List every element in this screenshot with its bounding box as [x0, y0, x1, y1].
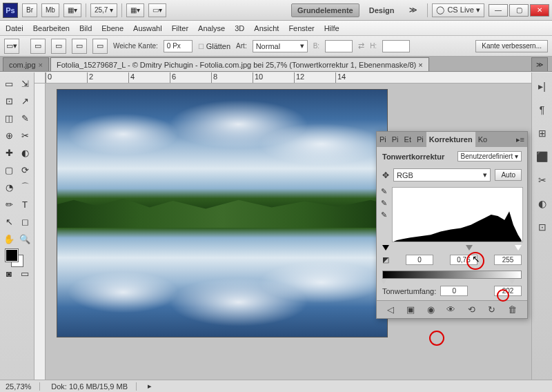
eraser-tool[interactable]: ▢: [1, 161, 17, 178]
visibility-icon[interactable]: 👁: [446, 304, 455, 315]
output-gradient[interactable]: [382, 271, 522, 279]
bridge-button[interactable]: Br: [22, 3, 37, 17]
black-point-slider[interactable]: [382, 245, 389, 251]
output-white-slider[interactable]: [509, 279, 515, 284]
histogram-icon[interactable]: ◩: [382, 255, 389, 264]
close-button[interactable]: ✕: [530, 4, 549, 17]
quick-select-tool[interactable]: ↗: [17, 92, 32, 109]
refine-edge-button[interactable]: Kante verbessern...: [475, 40, 548, 52]
marquee-tool[interactable]: ⇲: [17, 75, 32, 92]
menu-auswahl[interactable]: Auswahl: [133, 24, 162, 32]
expand-icon[interactable]: ▣: [406, 304, 415, 315]
feather-input[interactable]: 0 Px: [164, 40, 193, 52]
panel-tab[interactable]: Pi: [389, 135, 402, 144]
menu-analyse[interactable]: Analyse: [198, 24, 225, 32]
panel-icon-2[interactable]: ¶: [535, 103, 549, 117]
move-tool[interactable]: ▭: [1, 75, 17, 92]
white-eyedropper-icon[interactable]: ✎: [381, 210, 387, 219]
menu-fenster[interactable]: Fenster: [288, 24, 314, 32]
input-mid-value[interactable]: 0,76: [450, 255, 477, 265]
panel-tab[interactable]: Et: [402, 135, 414, 144]
workspace-more[interactable]: ≫: [404, 3, 423, 17]
output-black-value[interactable]: 0: [440, 286, 468, 296]
style-select[interactable]: Normal ▾: [253, 40, 308, 52]
brush-tool[interactable]: ✂: [17, 127, 32, 144]
input-white-value[interactable]: 255: [494, 255, 522, 265]
close-icon[interactable]: ×: [39, 61, 43, 69]
doc-info[interactable]: Dok: 10,6 MB/15,9 MB: [51, 382, 137, 391]
ruler-origin[interactable]: [34, 72, 46, 84]
auto-button[interactable]: Auto: [495, 169, 522, 181]
channel-select[interactable]: RGB▾: [393, 168, 491, 182]
doc-tab-2[interactable]: Fotolia_15279687_L - © Dmitry Pichugin -…: [50, 57, 429, 71]
input-black-value[interactable]: 0: [406, 255, 433, 265]
panel-tab[interactable]: Pi: [414, 135, 426, 144]
crop-tool[interactable]: ◫: [1, 110, 17, 126]
midtone-slider[interactable]: [466, 245, 473, 251]
reset-icon[interactable]: ↻: [488, 304, 495, 315]
doc-tab-1[interactable]: com.jpg×: [3, 57, 49, 71]
intersect-selection-icon[interactable]: ▭: [92, 39, 108, 54]
tabs-overflow[interactable]: ≫: [531, 57, 548, 71]
input-sliders[interactable]: [382, 245, 522, 253]
channel-icon[interactable]: ✥: [382, 170, 389, 180]
menu-bearbeiten[interactable]: Bearbeiten: [33, 24, 70, 32]
info-menu-icon[interactable]: ▸: [148, 382, 152, 391]
healing-tool[interactable]: ⊕: [1, 127, 17, 144]
panel-icon-7[interactable]: ⊡: [535, 220, 549, 234]
delete-icon[interactable]: 🗑: [508, 304, 517, 315]
ruler-vertical[interactable]: [34, 84, 46, 384]
menu-hilfe[interactable]: Hilfe: [324, 24, 339, 32]
menu-datei[interactable]: Datei: [6, 24, 23, 32]
workspace-grundelemente[interactable]: Grundelemente: [291, 3, 359, 17]
panel-tab[interactable]: Pi: [377, 135, 389, 144]
hand-tool[interactable]: ✋: [1, 231, 17, 247]
blur-tool[interactable]: ◔: [1, 179, 17, 195]
panel-icon-6[interactable]: ◐: [535, 197, 549, 210]
menu-3d[interactable]: 3D: [235, 24, 244, 32]
panel-tab-korrekturen[interactable]: Korrekturen: [426, 132, 475, 147]
panel-icon-5[interactable]: ✂: [535, 173, 549, 187]
shape-tool[interactable]: ◻: [17, 213, 32, 230]
eyedropper-tool[interactable]: ✎: [17, 110, 32, 126]
ruler-horizontal[interactable]: 02468101214: [46, 72, 531, 84]
menu-bild[interactable]: Bild: [79, 24, 92, 32]
new-selection-icon[interactable]: ▭: [30, 39, 46, 54]
zoom-tool[interactable]: 🔍: [17, 231, 32, 247]
white-point-slider[interactable]: [515, 245, 522, 251]
document-canvas[interactable]: [57, 89, 388, 337]
workspace-design[interactable]: Design: [364, 4, 400, 17]
gray-eyedropper-icon[interactable]: ✎: [381, 199, 387, 208]
sub-selection-icon[interactable]: ▭: [72, 39, 87, 54]
preset-select[interactable]: Benutzerdefiniert ▾: [457, 151, 522, 161]
minimize-button[interactable]: —: [489, 4, 508, 17]
stamp-tool[interactable]: ✚: [1, 144, 17, 161]
menu-ansicht[interactable]: Ansicht: [254, 24, 279, 32]
menu-ebene[interactable]: Ebene: [101, 24, 124, 32]
zoom-status[interactable]: 25,73%: [6, 382, 40, 391]
clip-icon[interactable]: ◉: [427, 304, 435, 315]
zoom-field[interactable]: 25,7 ▾: [90, 3, 117, 17]
panel-icon-4[interactable]: ⬛: [535, 150, 549, 164]
color-swatches[interactable]: [1, 248, 32, 271]
arrange-button[interactable]: ▦▾: [63, 3, 81, 17]
output-black-slider[interactable]: [380, 279, 387, 284]
black-eyedropper-icon[interactable]: ✎: [381, 187, 387, 196]
screen-mode-button[interactable]: ▭▾: [148, 3, 166, 17]
panel-icon-1[interactable]: ▸|: [535, 79, 549, 93]
output-white-value[interactable]: 202: [494, 286, 522, 296]
tool-preset-icon[interactable]: ▭▾: [4, 39, 19, 54]
minibridge-button[interactable]: Mb: [41, 3, 59, 17]
previous-icon[interactable]: ⟲: [468, 304, 475, 315]
view-extras-button[interactable]: ▦▾: [126, 3, 144, 17]
back-icon[interactable]: ◁: [387, 304, 394, 315]
path-select-tool[interactable]: ↖: [1, 213, 17, 230]
dodge-tool[interactable]: ⌒: [17, 179, 32, 195]
add-selection-icon[interactable]: ▭: [51, 39, 66, 54]
cslive-button[interactable]: ◯CS Live ▾: [432, 3, 484, 17]
panel-menu-icon[interactable]: ▸≡: [513, 135, 527, 144]
pen-tool[interactable]: ✏: [1, 196, 17, 213]
menu-filter[interactable]: Filter: [172, 24, 188, 32]
panel-tab[interactable]: Ko: [475, 135, 490, 144]
panel-icon-3[interactable]: ⊞: [535, 126, 549, 140]
